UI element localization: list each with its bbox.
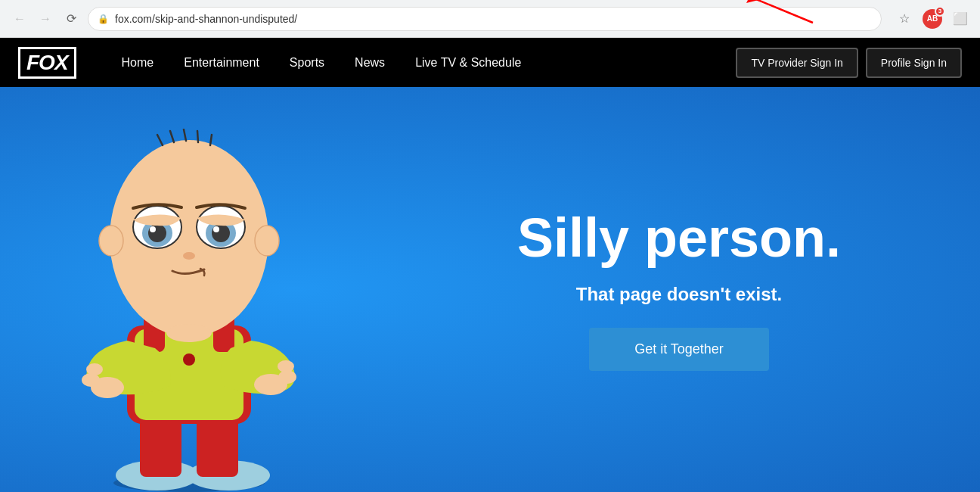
svg-line-23: [184, 129, 186, 141]
svg-line-24: [197, 131, 198, 142]
svg-point-14: [82, 373, 100, 387]
notification-badge: 3: [935, 6, 945, 17]
nav-link-home[interactable]: Home: [107, 38, 169, 87]
svg-line-22: [170, 131, 174, 142]
error-page: Silly person. That page doesn't exist. G…: [0, 87, 980, 492]
error-content: Silly person. That page doesn't exist. G…: [378, 208, 980, 370]
fox-navigation: FOX Home Entertainment Sports News Live …: [0, 38, 980, 87]
lock-icon: 🔒: [98, 14, 109, 24]
svg-point-35: [213, 226, 219, 232]
error-subtext: That page doesn't exist.: [576, 284, 782, 305]
nav-links: Home Entertainment Sports News Live TV &…: [107, 38, 737, 87]
svg-point-29: [148, 224, 166, 242]
svg-point-42: [183, 353, 195, 366]
annotation-arrow: [730, 0, 820, 24]
forward-button[interactable]: →: [35, 8, 56, 30]
svg-line-0: [752, 0, 813, 23]
reload-button[interactable]: ⟳: [60, 8, 82, 30]
profile-signin-button[interactable]: Profile Sign In: [866, 48, 962, 78]
nav-link-news[interactable]: News: [340, 38, 400, 87]
svg-marker-1: [746, 0, 758, 3]
extensions-button[interactable]: ⬜: [950, 8, 971, 30]
svg-point-41: [166, 324, 212, 342]
address-bar[interactable]: 🔒: [88, 7, 882, 31]
browser-actions: ☆ AB 3 ⬜: [894, 8, 971, 30]
svg-line-21: [157, 135, 163, 145]
svg-point-30: [150, 226, 156, 232]
bookmark-button[interactable]: ☆: [894, 8, 915, 30]
svg-point-15: [86, 363, 103, 375]
browser-nav-buttons: ← → ⟳: [9, 8, 82, 30]
svg-point-36: [183, 252, 195, 260]
nav-link-live-tv[interactable]: Live TV & Schedule: [400, 38, 536, 87]
svg-point-34: [212, 224, 230, 242]
get-it-together-button[interactable]: Get it Together: [589, 328, 769, 371]
character-illustration: [0, 87, 378, 492]
svg-point-18: [278, 360, 294, 372]
nav-actions: TV Provider Sign In Profile Sign In: [736, 48, 962, 78]
error-heading: Silly person.: [517, 208, 841, 268]
nav-link-entertainment[interactable]: Entertainment: [169, 38, 274, 87]
stewie-svg: [45, 129, 333, 492]
nav-link-sports[interactable]: Sports: [274, 38, 340, 87]
tv-provider-signin-button[interactable]: TV Provider Sign In: [736, 48, 858, 78]
fox-logo[interactable]: FOX: [18, 47, 76, 79]
back-button[interactable]: ←: [9, 8, 30, 30]
svg-point-20: [110, 140, 268, 337]
profile-avatar[interactable]: AB 3: [923, 9, 942, 29]
svg-line-25: [210, 135, 212, 145]
browser-chrome: ← → ⟳ 🔒 ☆ AB 3 ⬜: [0, 0, 980, 38]
